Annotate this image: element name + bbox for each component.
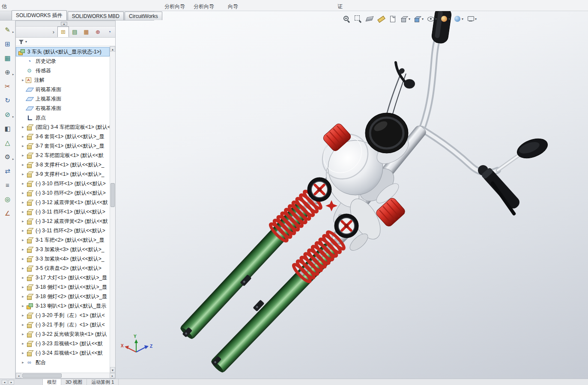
expand-arrow-icon[interactable]: ▸ [20,266,26,270]
apply-scene-icon[interactable]: ▾ [454,15,463,23]
expand-arrow-icon[interactable]: ▸ [20,125,26,129]
measure-icon[interactable] [377,15,385,23]
tree-item[interactable]: 3 车头 (默认<默认_显示状态-1>) [16,47,110,56]
expand-arrow-icon[interactable]: ▸ [20,313,26,317]
model-spring-right[interactable] [292,230,346,284]
featuremanager-tab-icon[interactable]: ⊞ [57,27,69,37]
diameter-dim-icon[interactable]: ⊘ ▸ [2,110,14,119]
tree-item[interactable]: ▸ (-) 3-11 挡环<1> (默认<<默认> [16,207,110,216]
half-shade-icon[interactable]: ◧ [2,124,14,133]
swap-arrows-icon[interactable]: ⇄ [2,166,14,175]
expand-arrow-icon[interactable]: ▸ [20,144,26,148]
scrollbar-thumb[interactable] [22,373,62,378]
ribbon-button-label[interactable]: 向导 [228,3,238,10]
expand-arrow-icon[interactable]: ▸ [20,172,26,176]
tree-item[interactable]: 原点 [16,113,110,122]
tree-item[interactable]: ▸ 3-18 侧灯<1> (默认<<默认>_显 [16,282,110,292]
filter-caret-icon[interactable]: ▾ [25,40,27,44]
view-orientation-icon[interactable]: ▾ [400,15,410,23]
tree-item[interactable]: ▸ (-) 3-23 后视镜<1> (默认<<默 [16,339,110,348]
dimxpertmanager-tab-icon[interactable]: ⊕ [92,27,104,37]
flyout-caret-icon[interactable]: ▸ [12,115,14,118]
tree-item[interactable]: ▸ 3-17 大灯<1> (默认<<默认>_显 [16,273,110,282]
tree-item[interactable]: ▸ 3-5 仪表盘<2> (默认<<默认> [16,264,110,273]
doc-mode-tab[interactable]: 运动算例 1 [87,379,119,385]
tolerance-circle-icon[interactable]: ◎ [2,194,14,204]
tree-horizontal-scrollbar[interactable] [16,373,115,378]
tree-item[interactable]: ▸ (-) 3-24 后视镜<1> (默认<<默 [16,348,110,358]
model-side-gauge-left[interactable] [307,178,331,201]
expand-arrow-icon[interactable]: ▸ [20,360,26,364]
angle-dim-icon[interactable]: ∠ [2,208,14,218]
tree-item[interactable]: ▸ 3-3 加紧块<4> (默认<<默认>_ [16,254,110,264]
expand-arrow-icon[interactable]: ▸ [20,228,26,233]
tree-item[interactable]: ▸ (-) 3-22 反光镜安装块<1> (默认 [16,329,110,339]
expand-arrow-icon[interactable]: ▸ [20,351,26,355]
expand-arrow-icon[interactable]: ▸ [20,134,26,139]
expand-arrow-icon[interactable]: ▸ [20,153,26,157]
doc-mode-tab[interactable]: 模型 [43,379,61,385]
tree-item[interactable]: ▸ (-) 3-12 减震弹簧<1> (默认<<默 [16,198,110,207]
datum-triangle-icon[interactable]: △ [2,138,14,147]
tree-item[interactable]: ▸ 3-9 支撑杆<1> (默认<<默认>_ [16,169,110,179]
scroll-left-icon[interactable] [16,373,21,378]
model-side-gauge-right[interactable] [334,214,358,238]
scrollbar-thumb[interactable] [110,183,115,207]
tree-item[interactable]: ▸ ∞ 配合 [16,358,110,367]
document-icon[interactable] [389,15,397,23]
view-settings-icon[interactable]: ▾ [467,15,477,23]
expand-arrow-icon[interactable]: ▸ [20,285,26,289]
propertymanager-tab-icon[interactable]: ▤ [69,27,81,37]
flyout-caret-icon[interactable]: ▸ [12,30,14,34]
display-style-icon[interactable]: ▾ [414,15,424,23]
dropdown-caret-icon[interactable]: ▾ [475,17,477,21]
dropdown-caret-icon[interactable]: ▾ [448,17,450,21]
hide-show-items-icon[interactable]: ▾ [427,15,437,23]
pencil-tool-icon[interactable]: ✎ ▸ [2,25,14,34]
panel-expand-chevron[interactable]: › [50,27,57,37]
expand-arrow-icon[interactable]: ▸ [20,210,26,214]
expand-arrow-icon[interactable]: ▸ [20,257,26,261]
ribbon-tab[interactable]: SOLIDWORKS 插件 [12,10,67,20]
tree-item[interactable]: ▸ (-) 3-11 挡环<2> (默认<<默认> [16,226,110,235]
list-lines-icon[interactable]: ≡ [2,180,14,190]
tree-item[interactable]: ▸ 3-2 车把固定板<1> (默认<<默 [16,151,110,160]
tree-item[interactable]: ▸ 3-7 套筒<1> (默认<<默认>_显 [16,141,110,151]
doc-mode-tab[interactable]: 3D 视图 [61,379,87,385]
tree-item[interactable]: ▸ (-) 3-20 手刹（左）<1> (默认< [16,311,110,320]
scroll-down-icon[interactable] [110,367,115,373]
dropdown-caret-icon[interactable]: ▾ [462,17,463,21]
ribbon-button-label[interactable]: 分析向导 [194,3,214,10]
datum-target-icon[interactable]: ⊕ ▸ [2,67,14,77]
flyout-caret-icon[interactable]: ▸ [12,73,14,76]
dropdown-caret-icon[interactable]: ▾ [409,17,410,21]
ribbon-button-label[interactable]: 分析向导 [164,3,185,10]
trim-scissors-icon[interactable]: ✂ [2,81,14,91]
zoom-fit-icon[interactable] [343,15,351,23]
expand-arrow-icon[interactable]: ▸ [20,238,26,242]
scroll-right-icon[interactable] [110,373,115,378]
tree-item[interactable]: ▸ (-) 3-21 手刹（左）<1> (默认< [16,320,110,329]
model-right-mirror[interactable] [514,135,550,162]
filter-funnel-icon[interactable] [18,39,24,44]
grid-table-icon[interactable]: ⊞ [2,39,14,48]
edit-appearance-icon[interactable]: ▾ [440,15,450,23]
expand-arrow-icon[interactable]: ▸ [20,323,26,327]
ribbon-button-label[interactable]: 估 [2,3,7,10]
expand-arrow-icon[interactable]: ▸ [20,275,26,280]
expand-arrow-icon[interactable]: ▸ [20,163,26,167]
tree-item[interactable]: ▸ 3-3 加紧块<3> (默认<<默认>_ [16,245,110,254]
pattern-icon[interactable]: ▦ [2,53,14,62]
tree-item[interactable]: ▸ (-) 3-10 挡环<2> (默认<<默认> [16,188,110,198]
flyout-caret-icon[interactable]: ▸ [12,157,14,161]
expand-arrow-icon[interactable]: ▸ [20,200,26,204]
ribbon-tab[interactable]: SOLIDWORKS MBD [68,12,124,20]
tab-scroll-left-icon[interactable]: ◂ [2,380,7,385]
configurationmanager-tab-icon[interactable]: ▦ [81,27,92,37]
ribbon-button-label[interactable]: 证 [337,3,343,10]
tree-vertical-scrollbar[interactable] [110,46,115,373]
tree-item[interactable]: ▸ A 注解 [16,75,110,85]
zoom-area-icon[interactable] [354,15,362,23]
tree-item[interactable]: ▸ 3-1 车把<2> (默认<<默认>_显 [16,235,110,245]
tree-item[interactable]: ▸ 3-8 支撑杆<1> (默认<<默认>_ [16,160,110,169]
